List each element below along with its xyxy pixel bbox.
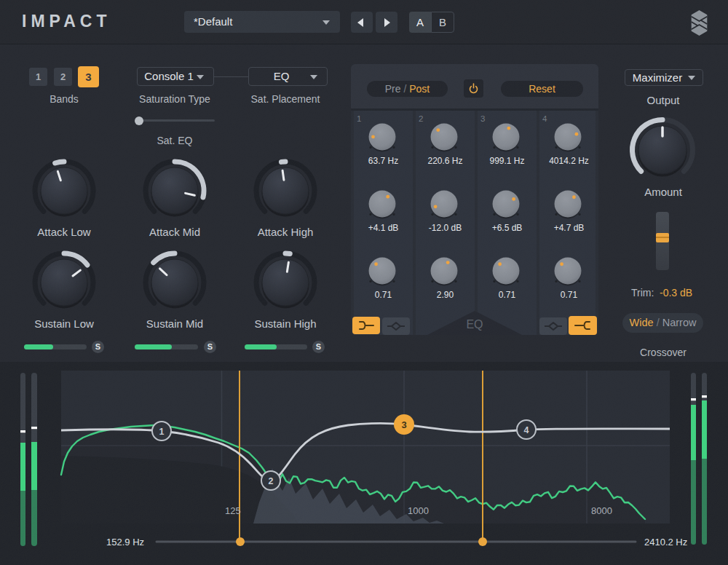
svg-text:4: 4 bbox=[524, 425, 529, 435]
svg-text:3: 3 bbox=[401, 419, 406, 430]
svg-text:8000: 8000 bbox=[591, 505, 612, 516]
svg-text:152.9 Hz: 152.9 Hz bbox=[106, 537, 144, 548]
svg-text:1000: 1000 bbox=[408, 505, 429, 516]
svg-text:1: 1 bbox=[159, 427, 165, 437]
svg-text:125: 125 bbox=[225, 505, 241, 516]
svg-text:2410.2 Hz: 2410.2 Hz bbox=[644, 537, 687, 548]
svg-text:2: 2 bbox=[269, 476, 274, 486]
